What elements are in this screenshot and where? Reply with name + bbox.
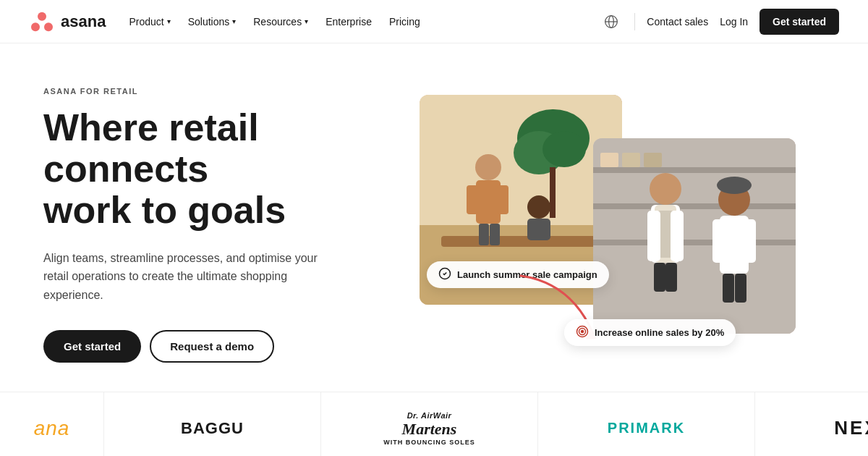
nav-resources[interactable]: Resources ▾ — [253, 16, 308, 28]
svg-rect-24 — [593, 203, 796, 209]
nav-links: Product ▾ Solutions ▾ Resources ▾ Enterp… — [129, 16, 420, 28]
login-link[interactable]: Log In — [720, 16, 748, 28]
nav-product[interactable]: Product ▾ — [129, 16, 170, 28]
svg-rect-25 — [593, 240, 796, 245]
logo[interactable]: asana — [29, 9, 106, 35]
hero-eyebrow: ASANA FOR RETAIL — [43, 87, 391, 96]
nav-left: asana Product ▾ Solutions ▾ Resources ▾ … — [29, 9, 420, 35]
brand-item-primark: PRIMARK — [538, 392, 755, 456]
svg-rect-28 — [644, 153, 662, 167]
brand-primark-label: PRIMARK — [608, 420, 685, 436]
hero-headline: Where retail connects work to goals — [43, 107, 391, 232]
svg-rect-14 — [476, 180, 501, 224]
svg-point-2 — [44, 22, 53, 31]
hero-content: ASANA FOR RETAIL Where retail connects w… — [43, 87, 391, 363]
brand-item-next: NEXT — [755, 392, 868, 456]
hero-image-retail — [593, 138, 796, 334]
brand-item-partial: ana — [0, 392, 104, 456]
svg-point-19 — [527, 195, 550, 219]
contact-sales-link[interactable]: Contact sales — [647, 16, 708, 28]
svg-rect-16 — [497, 185, 509, 214]
nav-get-started-button[interactable]: Get started — [760, 9, 839, 35]
nav-divider — [634, 13, 635, 30]
logo-text: asana — [61, 12, 106, 31]
svg-rect-12 — [550, 167, 556, 218]
pill-online-sales: Increase online sales by 20% — [564, 319, 736, 346]
brand-item-baggu: BAGGU — [104, 392, 321, 456]
brand-item-drmartens: Dr. AirWair Martens WITH BOUNCING SOLES — [321, 392, 538, 456]
hero-subtext: Align teams, streamline processes, and o… — [43, 249, 318, 305]
check-circle-icon — [438, 267, 451, 282]
svg-rect-36 — [665, 263, 677, 292]
chevron-down-icon: ▾ — [167, 17, 171, 25]
chevron-down-icon: ▾ — [232, 17, 236, 25]
svg-rect-33 — [647, 211, 660, 261]
nav-enterprise[interactable]: Enterprise — [326, 16, 372, 28]
svg-rect-8 — [441, 236, 600, 247]
svg-point-48 — [582, 330, 584, 332]
hero-demo-button[interactable]: Request a demo — [150, 330, 274, 363]
svg-rect-17 — [479, 224, 489, 245]
hero-get-started-button[interactable]: Get started — [43, 330, 141, 363]
svg-point-0 — [38, 12, 46, 20]
hero-buttons: Get started Request a demo — [43, 330, 391, 363]
brand-next-label: NEXT — [834, 417, 868, 439]
svg-rect-40 — [712, 219, 726, 263]
svg-rect-23 — [593, 167, 796, 173]
nav-right: Contact sales Log In Get started — [600, 9, 839, 35]
brands-strip: ana BAGGU Dr. AirWair Martens WITH BOUNC… — [0, 392, 868, 456]
svg-point-38 — [717, 177, 752, 194]
svg-rect-41 — [743, 219, 756, 263]
svg-rect-18 — [490, 224, 500, 245]
svg-rect-34 — [671, 211, 684, 261]
chevron-down-icon: ▾ — [305, 17, 308, 25]
language-button[interactable] — [600, 10, 623, 33]
svg-point-1 — [31, 22, 40, 31]
svg-rect-27 — [622, 153, 640, 167]
svg-point-11 — [542, 131, 586, 167]
svg-point-29 — [650, 173, 681, 205]
brand-baggu-label: BAGGU — [181, 419, 244, 438]
svg-rect-26 — [600, 153, 618, 167]
navigation: asana Product ▾ Solutions ▾ Resources ▾ … — [0, 0, 868, 43]
pill-sales-label: Increase online sales by 20% — [595, 327, 724, 338]
brand-ana: ana — [34, 417, 70, 440]
drmartens-logo: Dr. AirWair Martens WITH BOUNCING SOLES — [383, 411, 475, 446]
hero-images: Launch summer sale campaign Increase onl… — [420, 95, 825, 355]
svg-rect-43 — [735, 274, 746, 303]
svg-point-13 — [475, 154, 501, 180]
target-icon — [576, 325, 589, 340]
nav-solutions[interactable]: Solutions ▾ — [188, 16, 237, 28]
svg-rect-42 — [723, 274, 734, 303]
svg-rect-35 — [654, 263, 665, 292]
hero-section: ASANA FOR RETAIL Where retail connects w… — [0, 43, 868, 392]
svg-rect-20 — [527, 219, 550, 240]
nav-pricing[interactable]: Pricing — [389, 16, 420, 28]
svg-rect-15 — [467, 185, 478, 214]
